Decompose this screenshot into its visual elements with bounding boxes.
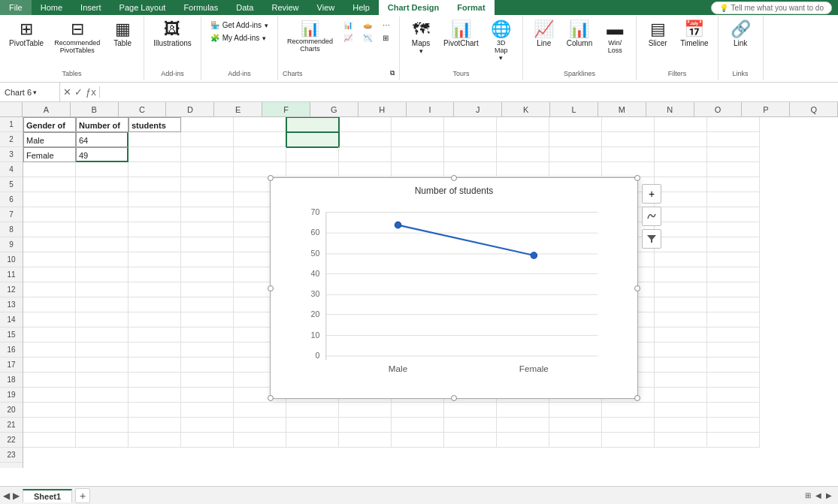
cell-j2[interactable] <box>497 132 549 147</box>
col-header-j[interactable]: J <box>454 102 502 116</box>
cell-c2[interactable] <box>129 132 181 147</box>
add-chart-element-button[interactable]: + <box>642 184 661 204</box>
cell-c4[interactable] <box>129 162 181 177</box>
row-num-9[interactable]: 9 <box>0 237 23 252</box>
row-num-5[interactable]: 5 <box>0 177 23 192</box>
tab-view[interactable]: View <box>308 0 344 15</box>
cell-l3[interactable] <box>602 147 655 162</box>
cell-h2[interactable] <box>392 132 444 147</box>
tab-page-layout[interactable]: Page Layout <box>110 0 175 15</box>
cell-j1[interactable] <box>497 117 549 132</box>
cell-d2[interactable] <box>181 132 234 147</box>
cell-a2[interactable]: Male <box>23 132 76 147</box>
col-header-m[interactable]: M <box>598 102 646 116</box>
row-num-6[interactable]: 6 <box>0 192 23 207</box>
col-header-a[interactable]: A <box>23 102 71 116</box>
cell-f1[interactable] <box>286 117 339 132</box>
cell-g2[interactable] <box>339 132 392 147</box>
row-num-11[interactable]: 11 <box>0 267 23 282</box>
cell-c3[interactable] <box>129 147 181 162</box>
cell-k1[interactable] <box>549 117 602 132</box>
cell-k4[interactable] <box>549 162 602 177</box>
tab-format[interactable]: Format <box>448 0 494 15</box>
cell-m4[interactable] <box>655 162 707 177</box>
row-num-19[interactable]: 19 <box>0 388 23 403</box>
column-chart-button[interactable]: 📊 <box>339 20 357 31</box>
col-header-p[interactable]: P <box>742 102 790 116</box>
charts-expand-icon[interactable]: ⧉ <box>390 69 395 77</box>
pie-chart-button[interactable]: 🥧 <box>358 20 377 31</box>
winloss-button[interactable]: ▬ Win/Loss <box>598 20 631 56</box>
cell-l4[interactable] <box>602 162 655 177</box>
cell-i1[interactable] <box>444 117 497 132</box>
cell-g3[interactable] <box>339 147 392 162</box>
cell-e4[interactable] <box>234 162 286 177</box>
row-num-1[interactable]: 1 <box>0 117 23 132</box>
tab-file[interactable]: File <box>0 0 32 15</box>
cell-m3[interactable] <box>655 147 707 162</box>
cell-n1[interactable] <box>707 117 760 132</box>
cell-g4[interactable] <box>339 162 392 177</box>
cell-n2[interactable] <box>707 132 760 147</box>
col-header-i[interactable]: I <box>407 102 455 116</box>
slicer-button[interactable]: ▤ Slicer <box>641 20 674 49</box>
recommended-charts-button[interactable]: 📊 RecommendedCharts <box>283 20 337 54</box>
row-num-12[interactable]: 12 <box>0 282 23 297</box>
cell-h4[interactable] <box>392 162 444 177</box>
cell-b3[interactable]: 49 <box>76 147 129 162</box>
cell-d1[interactable] <box>181 117 234 132</box>
tab-chart-design[interactable]: Chart Design <box>379 0 448 15</box>
row-num-8[interactable]: 8 <box>0 222 23 237</box>
table-button[interactable]: ▦ Table <box>106 20 139 49</box>
name-box-arrow[interactable]: ▾ <box>33 89 37 96</box>
cell-l1[interactable] <box>602 117 655 132</box>
maps-button[interactable]: 🗺 Maps ▾ <box>404 20 437 56</box>
cell-f2[interactable] <box>286 132 339 147</box>
tab-formulas[interactable]: Formulas <box>174 0 227 15</box>
cell-a1[interactable]: Gender of <box>23 117 76 132</box>
column-sparkline-button[interactable]: 📊 Column <box>562 20 597 49</box>
cell-b1[interactable]: Number of <box>76 117 129 132</box>
cell-a3[interactable]: Female <box>23 147 76 162</box>
col-header-f[interactable]: F <box>262 102 310 116</box>
cell-n3[interactable] <box>707 147 760 162</box>
row-num-4[interactable]: 4 <box>0 162 23 177</box>
row-num-16[interactable]: 16 <box>0 343 23 358</box>
col-header-e[interactable]: E <box>214 102 262 116</box>
row-num-13[interactable]: 13 <box>0 297 23 312</box>
cell-h1[interactable] <box>392 117 444 132</box>
cell-e3[interactable] <box>234 147 286 162</box>
row-num-21[interactable]: 21 <box>0 418 23 433</box>
tell-me-box[interactable]: 💡 Tell me what you want to do <box>711 2 832 14</box>
col-header-n[interactable]: N <box>646 102 694 116</box>
row-num-22[interactable]: 22 <box>0 433 23 448</box>
col-header-l[interactable]: L <box>550 102 598 116</box>
threed-map-button[interactable]: 🌐 3DMap ▾ <box>485 20 518 63</box>
tab-review[interactable]: Review <box>262 0 307 15</box>
line-sparkline-button[interactable]: 📈 Line <box>528 20 561 49</box>
cell-e2[interactable] <box>234 132 286 147</box>
col-header-d[interactable]: D <box>166 102 214 116</box>
recommended-pivottables-button[interactable]: ⊟ RecommendedPivotTables <box>50 20 104 56</box>
tab-data[interactable]: Data <box>227 0 262 15</box>
tab-home[interactable]: Home <box>32 0 71 15</box>
col-header-g[interactable]: G <box>310 102 358 116</box>
col-header-c[interactable]: C <box>119 102 167 116</box>
cell-n4[interactable] <box>707 162 760 177</box>
cell-l2[interactable] <box>602 132 655 147</box>
row-num-10[interactable]: 10 <box>0 252 23 267</box>
row-num-14[interactable]: 14 <box>0 312 23 327</box>
cell-c1[interactable]: students <box>129 117 181 132</box>
cell-d4[interactable] <box>181 162 234 177</box>
col-header-b[interactable]: B <box>71 102 119 116</box>
cell-d3[interactable] <box>181 147 234 162</box>
cell-h3[interactable] <box>392 147 444 162</box>
row-num-17[interactable]: 17 <box>0 358 23 373</box>
tab-insert[interactable]: Insert <box>71 0 110 15</box>
chart-container[interactable]: + Number of students <box>270 177 638 399</box>
col-header-k[interactable]: K <box>502 102 550 116</box>
cell-e1[interactable] <box>234 117 286 132</box>
row-num-3[interactable]: 3 <box>0 147 23 162</box>
cell-m2[interactable] <box>655 132 707 147</box>
line-chart-button[interactable]: 📈 <box>339 32 357 44</box>
